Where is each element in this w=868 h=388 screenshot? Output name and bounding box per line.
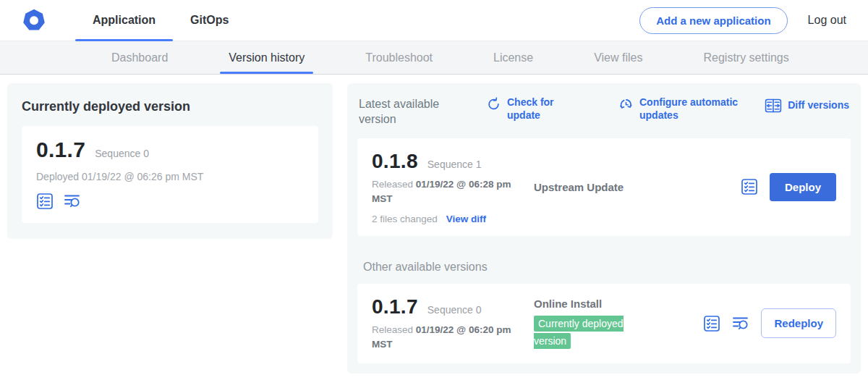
subnav-tab-dashboard-label: Dashboard: [111, 51, 168, 64]
main-content: Currently deployed version 0.1.7 Sequenc…: [0, 75, 868, 382]
other-version-card: 0.1.7 Sequence 0 Released 01/19/22 @ 06:…: [357, 284, 851, 364]
release-notes-icon[interactable]: [36, 193, 54, 210]
other-available-versions-title: Other available versions: [363, 261, 851, 274]
subnav-tab-registry-settings-label: Registry settings: [703, 51, 788, 64]
refresh-icon: [486, 97, 501, 112]
schedule-update-icon: [618, 97, 634, 112]
other-version-number: 0.1.7: [372, 295, 418, 319]
release-notes-icon[interactable]: [703, 315, 720, 332]
subnav-tab-version-history[interactable]: Version history: [220, 41, 313, 74]
tab-gitops-label: GitOps: [190, 14, 229, 27]
deployed-sequence-label: Sequence 0: [95, 148, 149, 159]
deployed-timestamp: Deployed 01/19/22 @ 06:26 pm MST: [36, 171, 304, 182]
subnav-tab-troubleshoot-label: Troubleshoot: [365, 51, 433, 64]
currently-deployed-title: Currently deployed version: [22, 99, 318, 114]
other-sequence-label: Sequence 0: [427, 304, 482, 316]
subnav-tab-registry-settings[interactable]: Registry settings: [694, 41, 797, 74]
subnav-tab-view-files[interactable]: View files: [585, 41, 651, 74]
app-logo-icon: [23, 9, 45, 31]
subnav-tab-dashboard[interactable]: Dashboard: [103, 41, 176, 74]
check-for-update-label: Check for update: [507, 96, 571, 122]
top-nav: Application GitOps Add a new application…: [0, 0, 868, 41]
view-diff-link[interactable]: View diff: [446, 214, 486, 224]
deployed-version-card: 0.1.7 Sequence 0 Deployed 01/19/22 @ 06:…: [22, 126, 318, 223]
diff-versions-label: Diff versions: [788, 99, 849, 112]
currently-deployed-badge: Currently deployed version: [534, 316, 624, 349]
diff-versions-link[interactable]: Diff versions: [765, 96, 849, 114]
latest-version-card: 0.1.8 Sequence 1 Released 01/19/22 @ 06:…: [357, 138, 851, 236]
logout-link[interactable]: Log out: [808, 14, 846, 27]
release-notes-icon[interactable]: [741, 178, 758, 195]
deploy-logs-icon[interactable]: [64, 193, 81, 210]
currently-deployed-panel: Currently deployed version 0.1.7 Sequenc…: [7, 83, 333, 239]
other-released-timestamp: Released 01/19/22 @ 06:20 pm MST: [372, 323, 525, 353]
deployed-version-number: 0.1.7: [36, 138, 85, 162]
latest-version-number: 0.1.8: [372, 150, 418, 173]
redeploy-button[interactable]: Redeploy: [761, 308, 836, 338]
tab-application[interactable]: Application: [75, 0, 173, 41]
deploy-logs-icon[interactable]: [732, 315, 749, 332]
files-changed-label: 2 files changed: [372, 214, 438, 224]
subnav-tab-view-files-label: View files: [594, 51, 642, 64]
latest-released-timestamp: Released 01/19/22 @ 06:28 pm MST: [372, 177, 525, 207]
other-version-source: Online Install: [534, 298, 703, 310]
check-for-update-link[interactable]: Check for update: [486, 96, 571, 122]
latest-available-title: Latest available version: [359, 96, 454, 127]
other-version-source-block: Online Install Currently deployed versio…: [525, 298, 703, 349]
available-versions-panel: Latest available version Check for updat…: [347, 83, 861, 374]
subnav-tab-license-label: License: [493, 51, 533, 64]
deploy-button[interactable]: Deploy: [770, 173, 836, 201]
subnav-tab-troubleshoot[interactable]: Troubleshoot: [357, 41, 441, 74]
sub-nav: Dashboard Version history Troubleshoot L…: [0, 41, 868, 75]
latest-sequence-label: Sequence 1: [427, 159, 482, 170]
top-nav-right: Add a new application Log out: [639, 7, 846, 34]
subnav-tab-license[interactable]: License: [485, 41, 542, 74]
add-new-application-button[interactable]: Add a new application: [639, 7, 787, 34]
subnav-tab-version-history-label: Version history: [229, 51, 305, 64]
tab-gitops[interactable]: GitOps: [173, 0, 246, 41]
latest-version-source: Upstream Update: [525, 181, 741, 193]
configure-automatic-updates-label: Configure automatic updates: [639, 96, 755, 122]
configure-automatic-updates-link[interactable]: Configure automatic updates: [618, 96, 755, 122]
tab-application-label: Application: [93, 14, 156, 27]
diff-icon: [765, 97, 782, 114]
